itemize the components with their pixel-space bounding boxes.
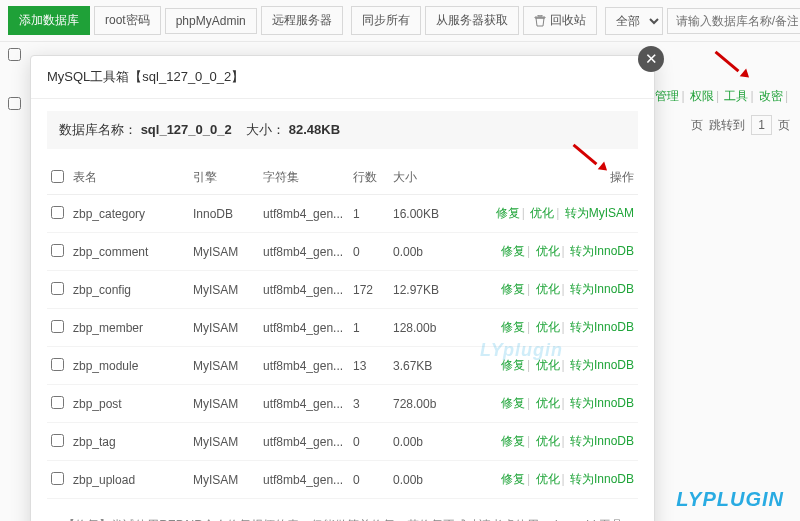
th-engine: 引擎 (189, 161, 259, 195)
cell-rows: 0 (349, 423, 389, 461)
table-row: zbp_post MyISAM utf8mb4_gen... 3 728.00b… (47, 385, 638, 423)
table-row: zbp_module MyISAM utf8mb4_gen... 13 3.67… (47, 347, 638, 385)
cell-rows: 13 (349, 347, 389, 385)
cell-table-name: zbp_category (69, 195, 189, 233)
th-name: 表名 (69, 161, 189, 195)
convert-link[interactable]: 转为MyISAM (565, 206, 634, 220)
db-name-label: 数据库名称： (59, 122, 137, 137)
cell-engine: MyISAM (189, 347, 259, 385)
optimize-link[interactable]: 优化 (530, 206, 554, 220)
row-checkbox[interactable] (51, 320, 64, 333)
optimize-link[interactable]: 优化 (536, 244, 560, 258)
db-name-value: sql_127_0_0_2 (141, 122, 232, 137)
cell-charset: utf8mb4_gen... (259, 423, 349, 461)
row-checkbox[interactable] (51, 244, 64, 257)
cell-charset: utf8mb4_gen... (259, 347, 349, 385)
cell-ops: 修复| 优化| 转为InnoDB (454, 461, 638, 499)
optimize-link[interactable]: 优化 (536, 472, 560, 486)
row-checkbox[interactable] (51, 358, 64, 371)
cell-table-name: zbp_upload (69, 461, 189, 499)
table-row: zbp_member MyISAM utf8mb4_gen... 1 128.0… (47, 309, 638, 347)
table-row: zbp_upload MyISAM utf8mb4_gen... 0 0.00b… (47, 461, 638, 499)
table-row: zbp_category InnoDB utf8mb4_gen... 1 16.… (47, 195, 638, 233)
cell-engine: InnoDB (189, 195, 259, 233)
cell-rows: 0 (349, 233, 389, 271)
repair-link[interactable]: 修复 (501, 244, 525, 258)
convert-link[interactable]: 转为InnoDB (570, 358, 634, 372)
cell-size: 128.00b (389, 309, 454, 347)
cell-table-name: zbp_module (69, 347, 189, 385)
cell-engine: MyISAM (189, 423, 259, 461)
cell-size: 0.00b (389, 233, 454, 271)
cell-charset: utf8mb4_gen... (259, 195, 349, 233)
th-rows: 行数 (349, 161, 389, 195)
watermark: LYPLUGIN (676, 488, 784, 511)
table-row: zbp_tag MyISAM utf8mb4_gen... 0 0.00b 修复… (47, 423, 638, 461)
cell-engine: MyISAM (189, 461, 259, 499)
th-size: 大小 (389, 161, 454, 195)
cell-rows: 3 (349, 385, 389, 423)
cell-charset: utf8mb4_gen... (259, 385, 349, 423)
cell-engine: MyISAM (189, 233, 259, 271)
cell-size: 0.00b (389, 461, 454, 499)
cell-table-name: zbp_config (69, 271, 189, 309)
optimize-link[interactable]: 优化 (536, 320, 560, 334)
row-checkbox[interactable] (51, 206, 64, 219)
cell-ops: 修复| 优化| 转为MyISAM (454, 195, 638, 233)
modal-title: MySQL工具箱【sql_127_0_0_2】 (47, 68, 244, 86)
db-size-label: 大小： (246, 122, 285, 137)
cell-charset: utf8mb4_gen... (259, 309, 349, 347)
convert-link[interactable]: 转为InnoDB (570, 396, 634, 410)
repair-link[interactable]: 修复 (501, 472, 525, 486)
cell-table-name: zbp_comment (69, 233, 189, 271)
cell-ops: 修复| 优化| 转为InnoDB (454, 233, 638, 271)
cell-rows: 1 (349, 195, 389, 233)
convert-link[interactable]: 转为InnoDB (570, 282, 634, 296)
th-charset: 字符集 (259, 161, 349, 195)
select-all-tables-checkbox[interactable] (51, 170, 64, 183)
note-repair: 【修复】尝试使用REPAIR命令修复损坏的表，仅能做简单修复，若修复不成功请考虑… (51, 513, 634, 521)
cell-engine: MyISAM (189, 385, 259, 423)
cell-ops: 修复| 优化| 转为InnoDB (454, 271, 638, 309)
cell-rows: 172 (349, 271, 389, 309)
database-info-bar: 数据库名称： sql_127_0_0_2 大小： 82.48KB (47, 111, 638, 149)
row-checkbox[interactable] (51, 396, 64, 409)
convert-link[interactable]: 转为InnoDB (570, 244, 634, 258)
cell-rows: 0 (349, 461, 389, 499)
optimize-link[interactable]: 优化 (536, 434, 560, 448)
repair-link[interactable]: 修复 (496, 206, 520, 220)
convert-link[interactable]: 转为InnoDB (570, 472, 634, 486)
repair-link[interactable]: 修复 (501, 358, 525, 372)
db-size-value: 82.48KB (289, 122, 340, 137)
row-checkbox[interactable] (51, 472, 64, 485)
row-checkbox[interactable] (51, 434, 64, 447)
optimize-link[interactable]: 优化 (536, 282, 560, 296)
cell-size: 16.00KB (389, 195, 454, 233)
th-op: 操作 (454, 161, 638, 195)
close-button[interactable]: ✕ (638, 46, 664, 72)
cell-size: 12.97KB (389, 271, 454, 309)
row-checkbox[interactable] (51, 282, 64, 295)
repair-link[interactable]: 修复 (501, 434, 525, 448)
repair-link[interactable]: 修复 (501, 320, 525, 334)
tables-table: 表名 引擎 字符集 行数 大小 操作 zbp_category InnoDB u… (47, 161, 638, 499)
cell-ops: 修复| 优化| 转为InnoDB (454, 385, 638, 423)
cell-size: 3.67KB (389, 347, 454, 385)
close-icon: ✕ (645, 50, 658, 68)
cell-ops: 修复| 优化| 转为InnoDB (454, 423, 638, 461)
cell-ops: 修复| 优化| 转为InnoDB (454, 309, 638, 347)
cell-engine: MyISAM (189, 309, 259, 347)
cell-engine: MyISAM (189, 271, 259, 309)
optimize-link[interactable]: 优化 (536, 396, 560, 410)
optimize-link[interactable]: 优化 (536, 358, 560, 372)
cell-table-name: zbp_member (69, 309, 189, 347)
convert-link[interactable]: 转为InnoDB (570, 434, 634, 448)
modal-header: MySQL工具箱【sql_127_0_0_2】 ✕ (31, 56, 654, 99)
convert-link[interactable]: 转为InnoDB (570, 320, 634, 334)
cell-charset: utf8mb4_gen... (259, 461, 349, 499)
cell-rows: 1 (349, 309, 389, 347)
cell-charset: utf8mb4_gen... (259, 233, 349, 271)
repair-link[interactable]: 修复 (501, 396, 525, 410)
cell-charset: utf8mb4_gen... (259, 271, 349, 309)
repair-link[interactable]: 修复 (501, 282, 525, 296)
